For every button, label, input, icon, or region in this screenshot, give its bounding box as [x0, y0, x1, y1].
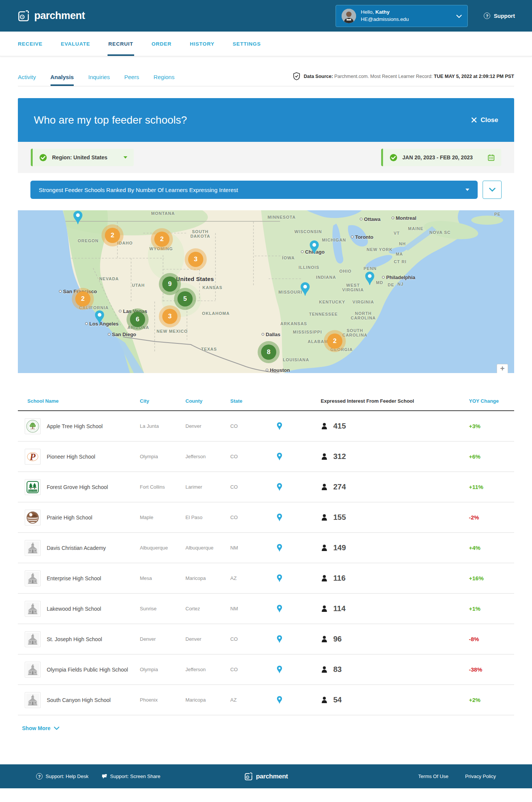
feeder-schools-map[interactable]: MONTANASOUTH DAKOTAOREGONIDAHOWYOMINGNEV…	[18, 210, 514, 373]
nav-tab-evaluate[interactable]: EVALUATE	[61, 32, 90, 56]
school-county: Cortez	[185, 606, 230, 611]
map-pin-marker[interactable]	[365, 271, 375, 286]
interest-value: 312	[333, 452, 346, 461]
subnav-tab-inquiries[interactable]: Inquiries	[88, 74, 110, 86]
map-pin-marker[interactable]	[95, 310, 105, 324]
subnav-tab-regions[interactable]: Regions	[154, 74, 174, 86]
column-school-name[interactable]: School Name	[25, 398, 140, 404]
terms-of-use-link[interactable]: Terms Of Use	[418, 773, 448, 779]
school-city: Maple	[140, 515, 185, 520]
map-cluster-marker[interactable]: 8	[261, 345, 276, 360]
expressed-interest: 54	[321, 696, 420, 704]
map-pin-marker[interactable]	[300, 282, 310, 296]
support-screen-share-link[interactable]: Support: Screen Share	[101, 773, 160, 780]
user-email: HE@admissions.edu	[361, 16, 408, 22]
map-label-state: TENNESSEE	[309, 312, 338, 316]
show-more-button[interactable]: Show More	[22, 725, 59, 731]
map-label-state: VT	[394, 231, 400, 235]
support-button[interactable]: ? Support	[484, 13, 515, 19]
support-help-desk-link[interactable]: ? Support: Help Desk	[36, 773, 89, 780]
map-label-state: NEW YORK	[367, 247, 393, 252]
map-pin-marker[interactable]	[309, 240, 320, 254]
map-cluster-marker[interactable]: 2	[154, 232, 169, 247]
collapse-panel-button[interactable]	[483, 181, 502, 199]
column-state[interactable]: State	[230, 398, 275, 404]
school-state: CO	[230, 454, 275, 459]
brand-wordmark: parchment	[34, 11, 85, 21]
map-label-state: MICHIGAN	[322, 238, 346, 242]
map-label-state: IDAHO	[117, 241, 133, 245]
interest-value: 83	[333, 665, 342, 674]
yoy-change: +4%	[457, 545, 514, 551]
map-cluster-marker[interactable]: 6	[130, 312, 145, 327]
column-city[interactable]: City	[140, 398, 185, 404]
parchment-logo: parchment	[17, 10, 85, 22]
expressed-interest: 149	[321, 543, 420, 552]
map-cluster-marker[interactable]: 2	[75, 291, 90, 307]
locate-on-map-icon[interactable]	[275, 665, 321, 673]
map-cluster-marker[interactable]: 2	[105, 228, 120, 243]
column-expressed-interest: Expressed Interest From Feeder School	[321, 398, 420, 404]
locate-on-map-icon[interactable]	[275, 544, 321, 552]
school-county: Jefferson	[185, 454, 230, 459]
locate-on-map-icon[interactable]	[275, 513, 321, 521]
locate-on-map-icon[interactable]	[275, 483, 321, 491]
interest-value: 149	[333, 543, 346, 552]
locate-on-map-icon[interactable]	[275, 574, 321, 582]
nav-tab-recruit[interactable]: RECRUIT	[108, 32, 133, 56]
map-zoom-in-button[interactable]: +	[497, 364, 508, 373]
school-logo	[25, 570, 41, 586]
nav-tab-settings[interactable]: SETTINGS	[233, 32, 261, 56]
data-source-text: Parchment.com. Most Recent Learner Recor…	[333, 74, 434, 79]
locate-on-map-icon[interactable]	[275, 605, 321, 613]
school-state: CO	[230, 484, 275, 490]
school-name: Forest Grove High School	[47, 484, 140, 490]
school-state: NM	[230, 545, 275, 551]
date-range-filter[interactable]: JAN 20, 2023 - FEB 20, 2023	[381, 149, 501, 166]
subnav-tab-peers[interactable]: Peers	[124, 74, 139, 86]
subnav-tab-analysis[interactable]: Analysis	[51, 74, 74, 86]
map-label-state: WEST VIRGINIA	[342, 283, 364, 292]
person-icon	[321, 422, 328, 430]
map-cluster-marker[interactable]: 2	[327, 334, 342, 349]
yoy-change: +16%	[457, 575, 514, 581]
subnav-tab-activity[interactable]: Activity	[18, 74, 36, 86]
column-yoy-change[interactable]: YOY Change	[457, 398, 514, 404]
map-label-state: MONTANA	[151, 211, 175, 216]
ranking-select[interactable]: Strongest Feeder Schools Ranked By Numbe…	[30, 181, 478, 199]
school-name: St. Joseph High School	[47, 636, 140, 642]
map-label-state: KANSAS	[203, 285, 222, 290]
chevron-down-icon	[489, 188, 496, 192]
check-circle-icon	[390, 154, 397, 162]
close-icon	[471, 117, 477, 123]
map-label-state: NH	[399, 241, 406, 246]
interest-value: 274	[333, 483, 346, 491]
nav-tab-history[interactable]: HISTORY	[190, 32, 214, 56]
expressed-interest: 312	[321, 452, 420, 461]
map-cluster-marker[interactable]: 5	[177, 291, 193, 307]
locate-on-map-icon[interactable]	[275, 422, 321, 430]
user-menu[interactable]: Hello, Kathy HE@admissions.edu	[336, 5, 468, 27]
region-filter[interactable]: Region: United States	[31, 149, 134, 166]
map-label-state: NEW MEXICO	[157, 329, 188, 334]
nav-tab-receive[interactable]: RECEIVE	[18, 32, 43, 56]
close-button[interactable]: Close	[471, 116, 498, 124]
column-county[interactable]: County	[185, 398, 230, 404]
privacy-policy-link[interactable]: Privacy Policy	[465, 773, 496, 779]
map-cluster-marker[interactable]: 3	[162, 309, 177, 324]
user-greeting: Hello, Kathy HE@admissions.edu	[361, 9, 408, 22]
locate-on-map-icon[interactable]	[275, 696, 321, 704]
map-pin-marker[interactable]	[73, 210, 83, 225]
person-icon	[321, 666, 328, 673]
expressed-interest: 415	[321, 422, 420, 430]
map-cluster-marker[interactable]: 3	[188, 252, 203, 267]
map-label-state: UTAH	[132, 283, 145, 287]
parchment-logo-icon	[17, 10, 30, 22]
locate-on-map-icon[interactable]	[275, 635, 321, 643]
yoy-change: -2%	[457, 514, 514, 521]
school-name: South Canyon High School	[47, 697, 140, 703]
yoy-change: +6%	[457, 453, 514, 460]
locate-on-map-icon[interactable]	[275, 453, 321, 461]
nav-tab-order[interactable]: ORDER	[152, 32, 172, 56]
map-cluster-marker[interactable]: 9	[162, 276, 177, 292]
